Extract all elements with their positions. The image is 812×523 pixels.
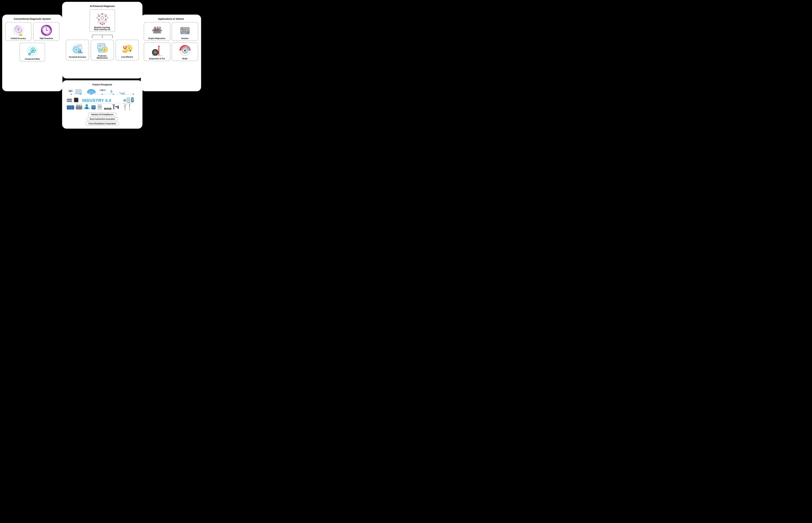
svg-point-86 [154, 33, 155, 34]
svg-rect-153 [132, 98, 133, 99]
high-downtime-label: High Downtime [40, 37, 53, 39]
gearbox-icon [179, 24, 191, 37]
svg-rect-149 [127, 98, 129, 102]
svg-rect-94 [184, 28, 185, 29]
svg-rect-102 [186, 29, 187, 30]
svg-rect-176 [105, 108, 110, 110]
svg-marker-45 [112, 37, 113, 38]
svg-line-185 [125, 104, 127, 106]
cost-efficient-item: $ Cost Efficient [116, 40, 139, 60]
svg-rect-152 [132, 97, 133, 98]
svg-line-165 [84, 108, 85, 109]
svg-point-197 [124, 94, 125, 95]
svg-point-195 [102, 94, 103, 95]
conventional-title: Conventional Diagnostic System [5, 18, 59, 20]
svg-line-166 [88, 108, 89, 109]
svg-point-87 [160, 33, 160, 34]
brake-icon [179, 44, 191, 57]
brake-label: Brake [183, 58, 188, 60]
svg-rect-56 [82, 52, 82, 53]
industry-scene: INDUSTRY 4.0 [65, 88, 140, 111]
svg-point-38 [102, 24, 103, 25]
svg-point-35 [98, 15, 100, 17]
svg-text:INDUSTRY 4.0: INDUSTRY 4.0 [82, 98, 111, 103]
svg-rect-172 [99, 106, 101, 108]
future-title: Future Prospects [65, 83, 140, 86]
svg-point-119 [182, 49, 183, 50]
svg-point-85 [160, 28, 160, 29]
svg-point-194 [91, 94, 92, 95]
svg-rect-160 [76, 105, 78, 107]
svg-rect-178 [113, 104, 115, 106]
component-wear-label: Component Wear [25, 58, 40, 60]
svg-point-33 [105, 15, 106, 17]
svg-rect-89 [161, 30, 162, 31]
svg-rect-100 [187, 28, 188, 28]
svg-point-136 [122, 94, 122, 94]
ml-icon [94, 11, 110, 26]
svg-point-192 [71, 94, 72, 95]
predictive-maintenance-item: </> $ Predictive Maintenance [91, 40, 114, 60]
svg-rect-164 [85, 107, 88, 109]
svg-point-34 [105, 19, 106, 20]
svg-rect-177 [113, 105, 114, 109]
svg-rect-103 [189, 29, 189, 30]
gearbox-item: Gearbox [172, 22, 198, 41]
future-tag-2: Smart Automotive Innovation [87, 117, 118, 121]
svg-point-106 [154, 51, 156, 53]
future-tags: Industry 4.0 Compliances Smart Automotiv… [65, 113, 140, 126]
svg-point-117 [185, 53, 185, 54]
svg-rect-145 [76, 97, 77, 98]
svg-rect-25 [107, 17, 108, 18]
svg-marker-44 [102, 37, 103, 38]
future-box: Future Prospects [62, 80, 142, 129]
increased-accuracy-label: Increased Accuracy [69, 56, 86, 58]
svg-rect-88 [152, 30, 153, 31]
cost-efficient-icon: $ [121, 42, 134, 55]
svg-rect-101 [187, 30, 188, 31]
svg-rect-96 [182, 30, 182, 31]
gearbox-label: Gearbox [181, 37, 189, 39]
svg-point-37 [100, 23, 101, 24]
svg-rect-128 [75, 93, 82, 94]
engine-diagnostics-icon [151, 24, 163, 37]
svg-rect-83 [157, 29, 158, 31]
svg-point-169 [91, 108, 96, 109]
high-downtime-icon [40, 24, 53, 37]
svg-rect-127 [76, 90, 81, 93]
svg-rect-143 [75, 97, 75, 98]
svg-rect-54 [79, 51, 80, 53]
svg-rect-144 [75, 97, 76, 98]
predictive-maintenance-label: Predictive Maintenance [97, 55, 108, 59]
svg-rect-15 [33, 48, 34, 48]
svg-point-93 [183, 30, 185, 32]
brake-item: Brake [172, 42, 198, 61]
svg-point-198 [133, 94, 134, 95]
svg-point-118 [182, 52, 183, 53]
ml-label: Machine Learning, Deep Learning, etc. [94, 26, 111, 31]
arrows [65, 33, 140, 39]
svg-point-196 [113, 94, 114, 95]
conventional-box: Conventional Diagnostic System ? [2, 15, 63, 91]
svg-text:</>: </> [102, 45, 104, 46]
main-container: Conventional Diagnostic System ? [0, 0, 203, 131]
svg-rect-26 [98, 14, 99, 15]
svg-point-99 [187, 29, 188, 30]
applications-title: Applications in Vehicle [144, 18, 198, 20]
engine-diagnostics-label: Engine Diagnostics [149, 37, 166, 39]
limited-accuracy-item: ? ! Limited Accuracy [5, 22, 31, 41]
svg-point-11 [46, 30, 47, 31]
svg-rect-50 [78, 44, 82, 49]
svg-point-170 [91, 106, 96, 108]
limited-accuracy-label: Limited Accuracy [11, 37, 26, 39]
svg-rect-82 [155, 29, 156, 31]
svg-point-32 [102, 14, 103, 15]
predictive-maintenance-icon: </> $ [96, 41, 109, 54]
svg-rect-80 [157, 26, 158, 29]
cost-efficient-label: Cost Efficient [121, 56, 133, 58]
svg-point-30 [99, 15, 106, 21]
svg-point-181 [118, 107, 119, 109]
svg-rect-125 [70, 91, 71, 92]
svg-text:$: $ [104, 48, 106, 51]
applications-box: Applications in Vehicle [141, 15, 201, 91]
